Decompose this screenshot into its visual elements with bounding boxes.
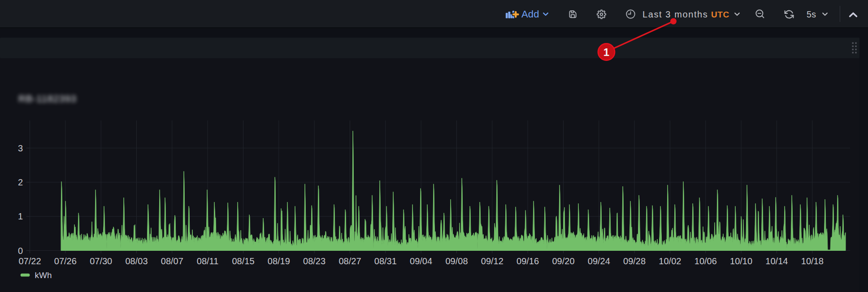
svg-text:1: 1 — [603, 46, 609, 58]
